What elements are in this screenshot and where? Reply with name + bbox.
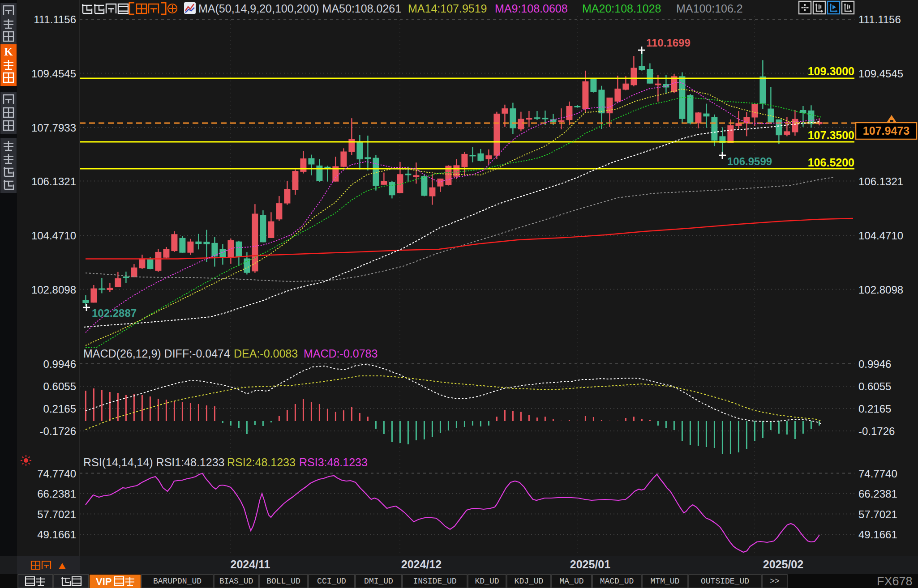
svg-text:49.1661: 49.1661 [858,528,897,541]
svg-text:2024/11: 2024/11 [231,558,270,571]
svg-text:106.1321: 106.1321 [31,175,76,187]
svg-text:VIP: VIP [96,576,112,587]
svg-text:107.9473: 107.9473 [863,124,909,137]
svg-text:>>: >> [770,577,780,586]
svg-text:K: K [4,46,13,58]
svg-text:-0.1726: -0.1726 [40,425,76,437]
svg-text:0.2165: 0.2165 [858,403,891,415]
svg-text:BARUPDN_UD: BARUPDN_UD [153,577,202,586]
svg-text:INSIDE_UD: INSIDE_UD [413,577,456,586]
svg-text:111.1156: 111.1156 [858,13,901,26]
svg-text:74.7740: 74.7740 [37,468,76,480]
svg-text:2025/01: 2025/01 [570,558,610,571]
svg-text:104.4710: 104.4710 [858,230,903,242]
svg-text:2025/02: 2025/02 [763,558,803,571]
svg-text:DEA:-0.0083: DEA:-0.0083 [234,347,298,360]
svg-text:49.1661: 49.1661 [37,528,76,541]
svg-text:107.7933: 107.7933 [31,122,76,134]
svg-text:0.6055: 0.6055 [43,380,76,392]
svg-text:111.1156: 111.1156 [34,13,76,26]
svg-text:MACD(26,12,9) DIFF:-0.0474: MACD(26,12,9) DIFF:-0.0474 [83,347,230,360]
svg-text:RSI2:48.1233: RSI2:48.1233 [227,456,296,469]
svg-text:106.1321: 106.1321 [858,175,903,187]
svg-text:BOLL_UD: BOLL_UD [266,577,300,586]
svg-text:MA20:108.1028: MA20:108.1028 [582,2,661,15]
svg-text:FX678: FX678 [877,575,913,588]
svg-text:MACD_UD: MACD_UD [600,577,634,586]
svg-text:MA14:107.9519: MA14:107.9519 [408,2,487,15]
svg-text:BIAS_UD: BIAS_UD [219,577,253,586]
svg-text:0.9946: 0.9946 [858,358,891,370]
svg-text:57.7021: 57.7021 [858,508,897,520]
svg-text:109.4545: 109.4545 [31,68,76,80]
svg-text:DMI_UD: DMI_UD [364,577,393,586]
svg-text:RSI3:48.1233: RSI3:48.1233 [299,456,368,469]
svg-text:RSI(14,14,14) RSI1:48.1233: RSI(14,14,14) RSI1:48.1233 [83,456,224,469]
svg-text:MA(50,14,9,20,100,200) MA50:10: MA(50,14,9,20,100,200) MA50:108.0261 [198,2,401,15]
svg-text:106.9599: 106.9599 [727,155,772,167]
svg-text:110.1699: 110.1699 [646,37,691,49]
svg-text:109.4545: 109.4545 [858,68,903,80]
svg-text:106.5200: 106.5200 [808,156,854,169]
svg-text:102.8098: 102.8098 [31,284,76,296]
svg-text:MA_UD: MA_UD [559,577,583,586]
svg-text:CCI_UD: CCI_UD [317,577,346,586]
svg-text:57.7021: 57.7021 [37,508,76,520]
svg-text:104.4710: 104.4710 [31,230,76,242]
svg-text:0.9946: 0.9946 [43,358,76,370]
svg-text:107.3500: 107.3500 [808,129,854,141]
svg-text:-0.1726: -0.1726 [858,425,895,437]
svg-text:0.2165: 0.2165 [43,403,76,415]
svg-text:MTM_UD: MTM_UD [651,577,680,586]
svg-text:66.2381: 66.2381 [37,488,76,500]
svg-text:74.7740: 74.7740 [858,468,897,480]
svg-text:2024/12: 2024/12 [401,558,442,571]
svg-text:0.6055: 0.6055 [858,380,891,392]
svg-text:KDJ_UD: KDJ_UD [515,577,544,586]
svg-text:102.2887: 102.2887 [92,307,137,319]
svg-text:66.2381: 66.2381 [858,488,897,500]
svg-text:OUTSIDE_UD: OUTSIDE_UD [701,577,749,586]
svg-text:KD_UD: KD_UD [475,577,499,586]
svg-text:102.8098: 102.8098 [858,284,903,296]
svg-text:MA9:108.0608: MA9:108.0608 [495,2,568,15]
svg-text:MA100:106.2: MA100:106.2 [676,2,743,15]
svg-text:109.3000: 109.3000 [808,65,854,77]
svg-text:MACD:-0.0783: MACD:-0.0783 [304,347,377,360]
